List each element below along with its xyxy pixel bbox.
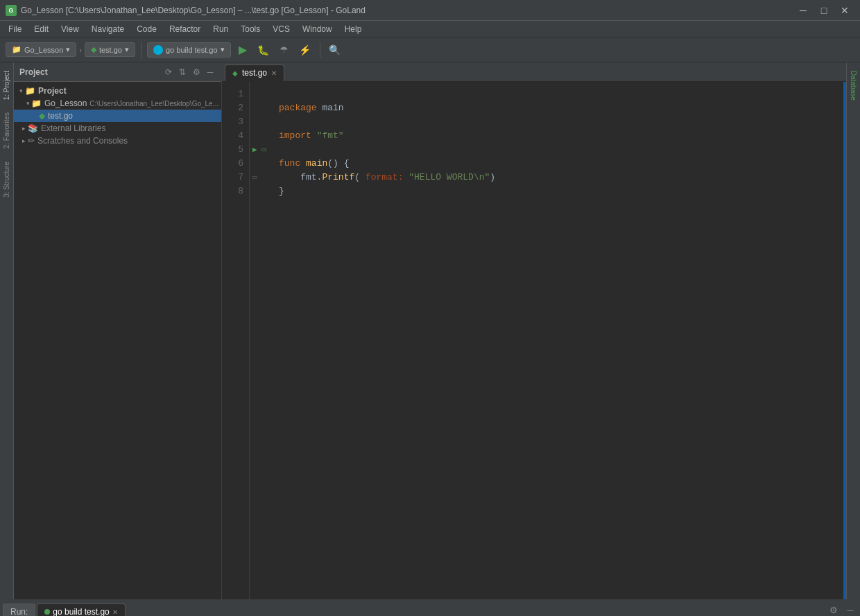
gear-icon[interactable]: ⚙: [191, 67, 202, 78]
bottom-panel: Run: go build test.go ✕ ⚙ ─ ▶ ■ ⟳ ⏸ ↕ ≡ …: [0, 599, 860, 616]
bottom-tab-icons: ⚙ ─: [827, 603, 857, 616]
scratches-label: Scratches and Consoles: [37, 136, 128, 146]
scratches-icon: ✏: [28, 136, 35, 146]
favorites-side-tab[interactable]: 2: Favorites: [1, 107, 12, 154]
settings-icon[interactable]: ⚙: [827, 603, 841, 616]
gutter-icons: ▶ ▭ ▭: [250, 82, 270, 599]
menu-edit[interactable]: Edit: [28, 23, 54, 35]
build-config-dropdown[interactable]: go build test.go ▾: [147, 42, 231, 58]
project-label: Go_Lesson: [24, 46, 63, 54]
project-folder-icon: 📁: [25, 86, 35, 96]
separator-2: [320, 42, 320, 58]
tree-item-scratches[interactable]: ▸ ✏ Scratches and Consoles: [14, 135, 221, 147]
code-editor[interactable]: 1 2 3 4 5 6 7 8 ▶ ▭ ▭ package main impor…: [222, 82, 846, 599]
app-icon: G: [6, 5, 17, 16]
project-side-tab[interactable]: 1: Project: [1, 65, 12, 105]
chevron-down-icon: ▾: [66, 45, 70, 54]
title-bar: G Go_Lesson [C:\Users\Jonathan_Lee\Deskt…: [0, 0, 860, 21]
title-bar-left: G Go_Lesson [C:\Users\Jonathan_Lee\Deskt…: [6, 5, 366, 16]
external-libs-label: External Libraries: [41, 123, 105, 133]
panel-header-icons: ⟳ ⇅ ⚙ ─: [163, 67, 216, 78]
folder-icon: 📁: [12, 45, 22, 54]
go-build-tab[interactable]: go build test.go ✕: [37, 604, 125, 616]
menu-help[interactable]: Help: [339, 23, 368, 35]
file-go-icon: ◆: [91, 45, 96, 54]
editor-tabs: ◆ test.go ✕: [222, 62, 846, 82]
tree-arrow-project: ▾: [17, 87, 25, 95]
build-label: go build test.go: [166, 46, 218, 54]
coverage-button[interactable]: ☂: [275, 41, 293, 59]
window-title: Go_Lesson [C:\Users\Jonathan_Lee\Desktop…: [21, 6, 366, 15]
run-button[interactable]: ▶: [234, 41, 252, 59]
main-layout: 1: Project 2: Favorites 3: Structure Pro…: [0, 62, 860, 599]
profile-button[interactable]: ⚡: [296, 41, 314, 59]
sync-icon[interactable]: ⟳: [163, 67, 174, 78]
project-panel: Project ⟳ ⇅ ⚙ ─ ▾ 📁 Project ▾ 📁 Go_Lesso…: [14, 62, 222, 599]
tree-arrow-go-lesson: ▾: [25, 99, 31, 108]
menu-file[interactable]: File: [3, 23, 27, 35]
menu-bar: File Edit View Navigate Code Refactor Ru…: [0, 21, 860, 37]
tab-label: test.go: [242, 68, 267, 78]
chevron-down-icon-3: ▾: [221, 45, 225, 54]
tree-arrow-ext-libs: ▸: [19, 124, 28, 132]
minimize-panel-icon[interactable]: ─: [843, 603, 857, 616]
editor-area: ◆ test.go ✕ 1 2 3 4 5 6 7 8 ▶ ▭: [222, 62, 846, 599]
ext-libs-icon: 📚: [28, 123, 38, 133]
menu-refactor[interactable]: Refactor: [164, 23, 206, 35]
go-icon: [153, 45, 163, 55]
menu-run[interactable]: Run: [207, 23, 234, 35]
tree-item-project[interactable]: ▾ 📁 Project: [14, 85, 221, 97]
right-sidebar: Database: [846, 62, 860, 599]
tab-close-icon[interactable]: ✕: [271, 69, 277, 77]
run-colon-label: Run:: [10, 607, 28, 616]
project-panel-header: Project ⟳ ⇅ ⚙ ─: [14, 62, 221, 82]
blue-change-indicator: [843, 82, 846, 599]
tree-item-external-libs[interactable]: ▸ 📚 External Libraries: [14, 122, 221, 135]
debug-button[interactable]: 🐛: [255, 41, 273, 59]
test-go-label: test.go: [48, 111, 73, 121]
toolbar: 📁 Go_Lesson ▾ › ◆ test.go ▾ go build tes…: [0, 37, 860, 62]
menu-navigate[interactable]: Navigate: [86, 23, 130, 35]
project-dropdown[interactable]: 📁 Go_Lesson ▾: [6, 42, 76, 57]
collapse-icon[interactable]: ─: [205, 67, 216, 78]
bottom-tabs-left: Run: go build test.go ✕: [3, 604, 127, 616]
file-tree: ▾ 📁 Project ▾ 📁 Go_Lesson C:\Users\Jonat…: [14, 82, 221, 599]
chevron-down-icon-2: ▾: [125, 45, 129, 54]
separator-1: [141, 42, 141, 58]
window-controls[interactable]: ─ □ ✕: [793, 3, 854, 18]
go-lesson-label: Go_Lesson: [44, 99, 87, 108]
database-tab[interactable]: Database: [848, 65, 859, 106]
search-everywhere-button[interactable]: 🔍: [326, 41, 344, 59]
file-dropdown[interactable]: ◆ test.go ▾: [85, 42, 135, 57]
structure-side-tab[interactable]: 3: Structure: [1, 156, 12, 203]
go-lesson-path: C:\Users\Jonathan_Lee\Desktop\Go_Le...: [89, 100, 218, 108]
go-lesson-folder-icon: 📁: [31, 99, 42, 108]
file-label: test.go: [99, 46, 122, 54]
path-separator: ›: [79, 46, 82, 54]
run-tab-close[interactable]: ✕: [112, 608, 118, 616]
run-label-tab: Run:: [3, 604, 35, 616]
tab-go-icon: ◆: [232, 69, 238, 77]
menu-view[interactable]: View: [55, 23, 85, 35]
menu-window[interactable]: Window: [297, 23, 338, 35]
go-build-tab-label: go build test.go: [53, 607, 109, 616]
tab-test-go[interactable]: ◆ test.go ✕: [225, 65, 284, 81]
tree-arrow-scratches: ▸: [19, 137, 28, 145]
project-root-label: Project: [38, 86, 67, 96]
menu-vcs[interactable]: VCS: [267, 23, 295, 35]
menu-code[interactable]: Code: [131, 23, 162, 35]
close-button[interactable]: ✕: [835, 3, 854, 18]
code-content[interactable]: package main import "fmt" func main() { …: [270, 82, 846, 599]
project-panel-title: Project: [19, 67, 48, 77]
sort-icon[interactable]: ⇅: [177, 67, 188, 78]
line-numbers: 1 2 3 4 5 6 7 8: [222, 82, 250, 599]
go-file-icon: ◆: [39, 111, 45, 121]
tree-item-test-go[interactable]: ◆ test.go: [14, 110, 221, 122]
menu-tools[interactable]: Tools: [235, 23, 266, 35]
bottom-tabs: Run: go build test.go ✕ ⚙ ─: [0, 601, 860, 616]
minimize-button[interactable]: ─: [793, 3, 813, 18]
maximize-button[interactable]: □: [814, 3, 834, 18]
tree-item-go-lesson[interactable]: ▾ 📁 Go_Lesson C:\Users\Jonathan_Lee\Desk…: [14, 97, 221, 110]
green-dot-icon: [44, 609, 50, 615]
left-side-tabs: 1: Project 2: Favorites 3: Structure: [0, 62, 14, 599]
